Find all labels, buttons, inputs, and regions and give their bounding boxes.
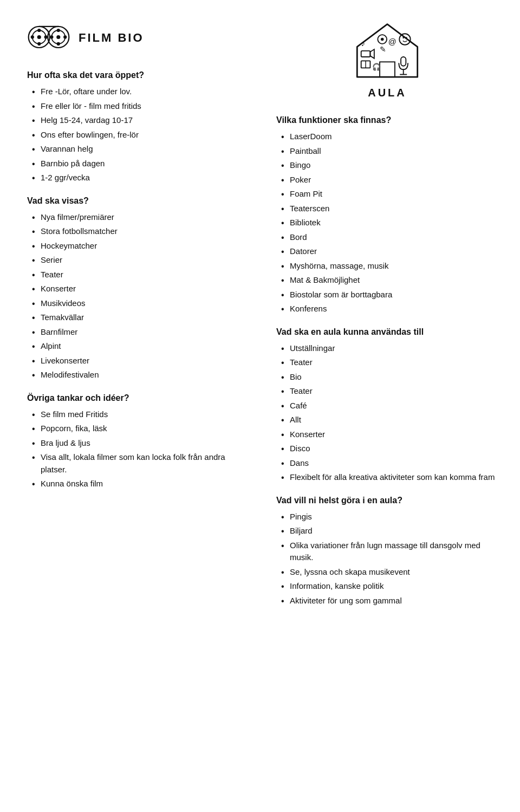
- list-item: 1-2 ggr/vecka: [30, 172, 233, 184]
- list-item: Teater: [279, 385, 498, 398]
- list-item: Bord: [279, 231, 498, 244]
- list-item: Biljard: [279, 525, 498, 537]
- svg-point-5: [31, 35, 34, 38]
- question-2-heading: Vad ska visas?: [27, 196, 233, 206]
- list-item: Kunna önska film: [30, 478, 233, 490]
- list-item: Poker: [279, 174, 498, 186]
- svg-point-6: [44, 35, 48, 38]
- list-item: Se, lyssna och skapa musikevent: [279, 566, 498, 579]
- list-item: Fre -Lör, oftare under lov.: [30, 86, 233, 98]
- list-item: Alpint: [30, 340, 233, 353]
- svg-text:✎: ✎: [380, 45, 386, 54]
- aula-header: ♪ @ ✎ 🎧: [276, 22, 498, 99]
- list-item: Konferens: [279, 303, 498, 315]
- list-item: Barnfilmer: [30, 326, 233, 339]
- list-item: Musikvideos: [30, 297, 233, 310]
- list-item: Temakvällar: [30, 311, 233, 324]
- list-item: Helg 15-24, vardag 10-17: [30, 114, 233, 127]
- list-item: Nya filmer/premiärer: [30, 211, 233, 224]
- svg-point-19: [381, 38, 384, 41]
- list-item: Pingis: [279, 511, 498, 523]
- logo-text: FILM BIO: [79, 31, 144, 45]
- logo-area: FILM BIO: [27, 22, 233, 54]
- list-item: Dans: [279, 457, 498, 470]
- list-item: Popcorn, fika, läsk: [30, 423, 233, 435]
- list-item: Konserter: [279, 428, 498, 441]
- list-item: Bingo: [279, 159, 498, 172]
- list-item: Information, kanske politik: [279, 580, 498, 593]
- list-item: Datorer: [279, 245, 498, 258]
- list-item: Bibliotek: [279, 217, 498, 229]
- svg-point-3: [37, 29, 41, 32]
- svg-text:♪: ♪: [361, 39, 365, 48]
- right-question-3-heading: Vad vill ni helst göra i en aula?: [276, 496, 498, 505]
- question-3-list: Se film med Fritids Popcorn, fika, läsk …: [27, 408, 233, 490]
- list-item: Flexibelt för alla kreativa aktiviteter …: [279, 471, 498, 484]
- list-item: Foam Pit: [279, 188, 498, 200]
- question-1-list: Fre -Lör, oftare under lov. Fre eller lö…: [27, 86, 233, 184]
- list-item: Allt: [279, 414, 498, 426]
- aula-icon: ♪ @ ✎ 🎧: [352, 22, 422, 81]
- question-1-heading: Hur ofta ska det vara öppet?: [27, 70, 233, 80]
- right-question-3-list: Pingis Biljard Olika variationer från lu…: [276, 511, 498, 607]
- list-item: Utställningar: [279, 342, 498, 355]
- list-item: Barnbio på dagen: [30, 158, 233, 170]
- aula-title: AULA: [368, 87, 407, 99]
- list-item: Café: [279, 400, 498, 412]
- list-item: Teaterscen: [279, 203, 498, 215]
- svg-point-30: [399, 34, 410, 44]
- right-column: ♪ @ ✎ 🎧: [249, 0, 520, 812]
- svg-rect-16: [380, 62, 395, 77]
- list-item: Mat & Bakmöjlighet: [279, 274, 498, 287]
- svg-point-10: [57, 29, 60, 32]
- list-item: Disco: [279, 443, 498, 455]
- question-2-list: Nya filmer/premiärer Stora fotbollsmatch…: [27, 211, 233, 381]
- list-item: Bio: [279, 371, 498, 384]
- right-question-1-list: LaserDoom Paintball Bingo Poker Foam Pit…: [276, 131, 498, 315]
- svg-point-32: [406, 37, 407, 38]
- svg-point-13: [63, 35, 67, 38]
- right-question-2-list: Utställningar Teater Bio Teater Café All…: [276, 342, 498, 484]
- list-item: Varannan helg: [30, 143, 233, 155]
- svg-text:🎧: 🎧: [372, 62, 381, 72]
- svg-point-4: [37, 42, 41, 46]
- list-item: Visa allt, lokala filmer som kan locka f…: [30, 451, 233, 476]
- list-item: Teater: [30, 269, 233, 281]
- right-question-2-heading: Vad ska en aula kunna användas till: [276, 327, 498, 337]
- right-question-1-heading: Vilka funktioner ska finnas?: [276, 115, 498, 125]
- list-item: Olika variationer från lugn massage till…: [279, 540, 498, 564]
- svg-text:@: @: [388, 37, 396, 46]
- list-item: Ons efter bowlingen, fre-lör: [30, 129, 233, 141]
- list-item: LaserDoom: [279, 131, 498, 143]
- list-item: Stora fotbollsmatcher: [30, 225, 233, 238]
- list-item: Se film med Fritids: [30, 408, 233, 421]
- list-item: Paintball: [279, 145, 498, 158]
- list-item: Biostolar som är borttagbara: [279, 289, 498, 301]
- list-item: Hockeymatcher: [30, 240, 233, 252]
- list-item: Konserter: [30, 283, 233, 295]
- svg-rect-21: [361, 51, 370, 57]
- svg-point-11: [57, 42, 60, 46]
- list-item: Teater: [279, 356, 498, 369]
- list-item: Aktiviteter för ung som gammal: [279, 595, 498, 607]
- film-bio-logo-icon: [27, 22, 70, 54]
- svg-rect-27: [401, 57, 406, 66]
- svg-point-12: [50, 35, 53, 38]
- list-item: Livekonserter: [30, 355, 233, 367]
- list-item: Fre eller lör - film med fritids: [30, 100, 233, 113]
- svg-marker-22: [370, 49, 374, 59]
- question-3-heading: Övriga tankar och idéer?: [27, 393, 233, 403]
- list-item: Melodifestivalen: [30, 369, 233, 381]
- list-item: Serier: [30, 254, 233, 267]
- svg-point-9: [56, 35, 60, 39]
- list-item: Myshörna, massage, musik: [279, 260, 498, 272]
- svg-point-2: [37, 35, 41, 39]
- list-item: Bra ljud & ljus: [30, 437, 233, 450]
- svg-point-31: [402, 37, 404, 38]
- left-column: FILM BIO Hur ofta ska det vara öppet? Fr…: [0, 0, 249, 812]
